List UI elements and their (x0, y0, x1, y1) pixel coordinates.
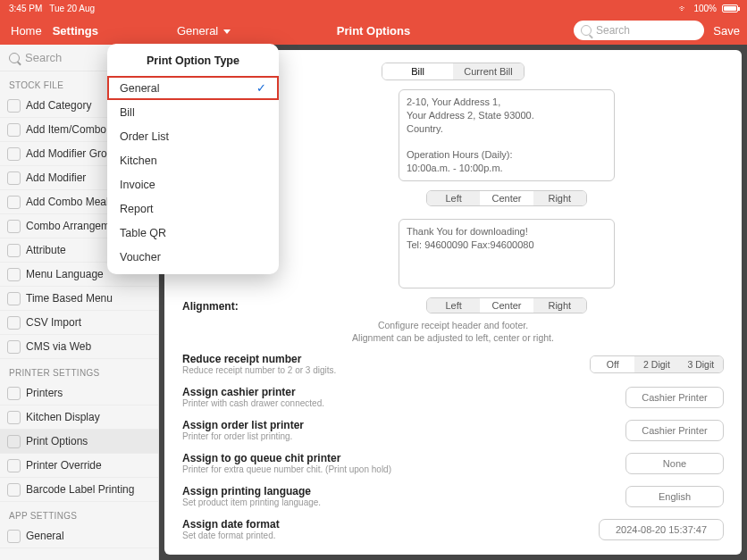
search-placeholder: Search (596, 24, 630, 37)
battery-icon (722, 4, 738, 13)
date-format-button[interactable]: 2024-08-20 15:37:47 (599, 519, 724, 540)
gear-icon (7, 530, 21, 543)
reduce-off[interactable]: Off (591, 356, 634, 372)
align-center[interactable]: Center (480, 191, 533, 205)
web-icon (7, 340, 21, 354)
popover-item-kitchen[interactable]: Kitchen (107, 148, 279, 172)
sidebar-item-label: Attribute (26, 244, 66, 256)
togo-printer-button[interactable]: None (625, 453, 724, 474)
save-button[interactable]: Save (713, 24, 740, 38)
align-left[interactable]: Left (427, 191, 480, 205)
sidebar-item-label: Menu Language (26, 268, 104, 280)
sidebar-item-general[interactable]: General (0, 524, 158, 548)
bill-tab-segment[interactable]: Bill Current Bill (382, 63, 525, 80)
dropdown-label: General (177, 24, 218, 38)
align-right[interactable]: Right (533, 191, 586, 205)
lang-sub: Set product item printing language. (182, 497, 615, 507)
sidebar-item-label: Time Based Menu (26, 292, 113, 305)
popover-item-label: Table QR (120, 227, 166, 239)
sidebar-item-label: Add Modifier (26, 171, 86, 184)
popover-item-invoice[interactable]: Invoice (107, 172, 279, 196)
print-option-type-dropdown[interactable]: General (177, 24, 231, 38)
search-icon (581, 25, 592, 36)
wifi-icon: ᯤ (679, 4, 688, 13)
sidebar-item-label: Kitchen Display (26, 411, 100, 423)
popover-item-table-qr[interactable]: Table QR (107, 221, 279, 245)
sidebar-item-label: General (26, 530, 64, 542)
popover-item-order-list[interactable]: Order List (107, 124, 279, 148)
home-button[interactable]: Home (0, 24, 53, 38)
cashier-printer-button[interactable]: Cashier Printer (625, 387, 724, 408)
sidebar-item-label: Printers (26, 387, 63, 399)
popover-item-label: Invoice (120, 179, 155, 191)
sidebar-item-label: Add Modifier Group (26, 147, 119, 160)
reduce-2digit[interactable]: 2 Digit (634, 356, 678, 372)
popover-item-report[interactable]: Report (107, 196, 279, 221)
section-title-app: APP SETTINGS (0, 502, 158, 524)
barcode-icon (7, 483, 21, 497)
datefmt-title: Assign date format (182, 518, 588, 531)
arrange-icon (7, 220, 21, 233)
csv-icon (7, 316, 21, 330)
tab-current-bill[interactable]: Current Bill (453, 63, 524, 79)
align-right[interactable]: Right (533, 298, 586, 313)
togo-title: Assign to go queue chit printer (182, 452, 615, 464)
cashier-title: Assign cashier printer (182, 386, 615, 398)
popover-item-label: Order List (120, 130, 169, 143)
align-center[interactable]: Center (480, 298, 533, 313)
orderlist-title: Assign order list printer (182, 419, 615, 431)
sidebar-item-label: Print Options (26, 435, 88, 447)
cashier-sub: Printer with cash drawer connected. (182, 398, 615, 408)
options-icon (7, 435, 21, 448)
popover-item-voucher[interactable]: Voucher (107, 245, 279, 269)
sidebar-item-print-options[interactable]: Print Options (0, 430, 158, 454)
clock-icon (7, 292, 21, 305)
receipt-header-textarea[interactable]: 2-10, Your Address 1, Your Address 2, St… (399, 89, 615, 181)
settings-title: Settings (53, 24, 98, 38)
sidebar-item-csv-import[interactable]: CSV Import (0, 311, 158, 335)
printing-language-button[interactable]: English (625, 486, 724, 507)
align-left[interactable]: Left (427, 298, 480, 313)
search-icon (9, 53, 20, 63)
orderlist-sub: Printer for order list printing. (182, 431, 615, 441)
sidebar-item-label: CSV Import (26, 316, 81, 329)
status-time: 3:45 PM (9, 4, 42, 13)
orderlist-printer-button[interactable]: Cashier Printer (625, 420, 724, 441)
status-date: Tue 20 Aug (49, 4, 95, 13)
sidebar-item-printers[interactable]: Printers (0, 381, 158, 405)
popover-item-general[interactable]: General ✓ (107, 76, 279, 100)
modgroup-icon (7, 147, 21, 161)
tab-bill[interactable]: Bill (382, 63, 453, 79)
popover-item-bill[interactable]: Bill (107, 100, 279, 124)
config-note: Configure receipt header and footer.Alig… (182, 319, 724, 344)
topbar-search-input[interactable]: Search (574, 21, 704, 40)
kitchen-icon (7, 411, 21, 424)
modifier-icon (7, 171, 21, 185)
header-alignment-segment[interactable]: Left Center Right (426, 190, 587, 206)
sidebar-item-cms-via-web[interactable]: CMS via Web (0, 335, 158, 359)
search-placeholder: Search (25, 51, 62, 64)
lang-title: Assign printing language (182, 485, 615, 497)
section-title-printer: PRINTER SETTINGS (0, 359, 158, 381)
sidebar-item-label: Barcode Label Printing (26, 483, 134, 496)
popover-item-label: General (120, 82, 159, 95)
popover-title: Print Option Type (107, 44, 279, 76)
reduce-title: Reduce receipt number (182, 353, 579, 365)
reduce-receipt-segment[interactable]: Off 2 Digit 3 Digit (590, 355, 724, 373)
receipt-footer-textarea[interactable]: Thank You for downloading! Tel: 94600090… (399, 219, 615, 288)
check-icon: ✓ (256, 81, 266, 95)
sidebar-item-kitchen-display[interactable]: Kitchen Display (0, 405, 158, 430)
sidebar-item-label: Printer Override (26, 459, 102, 472)
sidebar-item-label: Add Item/Combo (26, 123, 106, 136)
sidebar-item-printer-override[interactable]: Printer Override (0, 454, 158, 478)
sidebar-item-time-based-menu[interactable]: Time Based Menu (0, 287, 158, 311)
popover-item-label: Bill (120, 106, 135, 119)
sidebar-item-label: CMS via Web (26, 340, 91, 353)
chevron-down-icon (223, 29, 231, 34)
reduce-3digit[interactable]: 3 Digit (679, 356, 723, 372)
category-icon (7, 99, 21, 113)
sidebar-item-label: Add Category (26, 99, 91, 112)
top-bar: Home Settings General Print Options Sear… (0, 16, 747, 45)
footer-alignment-segment[interactable]: Left Center Right (426, 297, 587, 313)
sidebar-item-barcode-label[interactable]: Barcode Label Printing (0, 478, 158, 502)
